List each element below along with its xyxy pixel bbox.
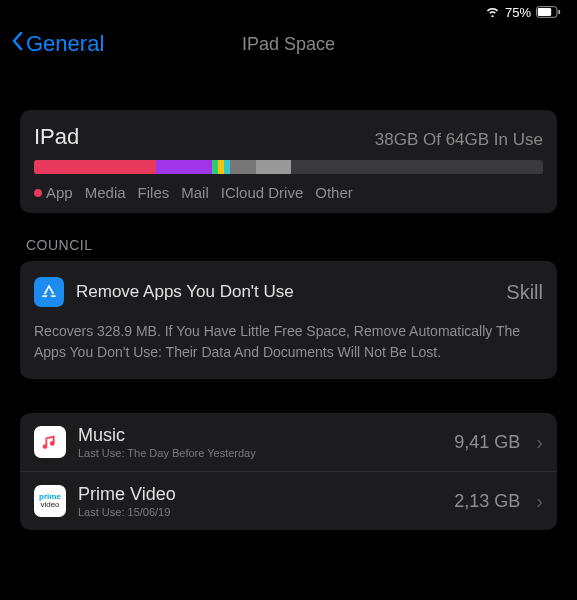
- council-action[interactable]: Skill: [506, 281, 543, 304]
- council-card[interactable]: Remove Apps You Don't Use Skill Recovers…: [20, 261, 557, 379]
- storage-seg: [230, 160, 255, 174]
- app-list-item[interactable]: MusicLast Use: The Day Before Yesterday9…: [20, 413, 557, 471]
- legend-item: App: [34, 184, 73, 201]
- app-size: 2,13 GB: [454, 491, 520, 512]
- status-bar: 75%: [0, 0, 577, 24]
- storage-seg: [256, 160, 292, 174]
- back-label: General: [26, 31, 104, 57]
- chevron-left-icon: [10, 31, 24, 57]
- app-last-use: Last Use: The Day Before Yesterday: [78, 447, 442, 459]
- appstore-icon: [34, 277, 64, 307]
- storage-seg: [156, 160, 212, 174]
- nav-bar: General IPad Space: [0, 24, 577, 68]
- app-list-item[interactable]: primevideoPrime VideoLast Use: 15/06/192…: [20, 471, 557, 530]
- page-title: IPad Space: [242, 34, 335, 55]
- storage-card: IPad 38GB Of 64GB In Use AppMediaFilesMa…: [20, 110, 557, 213]
- back-button[interactable]: General: [10, 31, 104, 57]
- app-name: Music: [78, 425, 442, 446]
- storage-seg: [34, 160, 156, 174]
- legend-item: Files: [138, 184, 170, 201]
- legend-item: Media: [85, 184, 126, 201]
- storage-legend: AppMediaFilesMailICloud DriveOther: [34, 184, 543, 201]
- wifi-icon: [485, 5, 500, 20]
- section-header-council: COUNCIL: [26, 237, 557, 253]
- legend-item: Other: [315, 184, 353, 201]
- chevron-right-icon: ›: [536, 431, 543, 454]
- council-description: Recovers 328.9 MB. If You Have Little Fr…: [34, 321, 543, 363]
- chevron-right-icon: ›: [536, 490, 543, 513]
- svg-rect-2: [558, 10, 560, 14]
- app-last-use: Last Use: 15/06/19: [78, 506, 442, 518]
- storage-bar: [34, 160, 543, 174]
- app-name: Prime Video: [78, 484, 442, 505]
- council-title: Remove Apps You Don't Use: [76, 282, 494, 302]
- legend-item: ICloud Drive: [221, 184, 304, 201]
- app-icon: primevideo: [34, 485, 66, 517]
- device-name: IPad: [34, 124, 79, 150]
- battery-percentage: 75%: [505, 5, 531, 20]
- app-size: 9,41 GB: [454, 432, 520, 453]
- legend-item: Mail: [181, 184, 209, 201]
- battery-icon: [536, 6, 561, 18]
- usage-text: 38GB Of 64GB In Use: [375, 130, 543, 150]
- svg-rect-1: [538, 8, 551, 16]
- app-icon: [34, 426, 66, 458]
- app-list: MusicLast Use: The Day Before Yesterday9…: [20, 413, 557, 530]
